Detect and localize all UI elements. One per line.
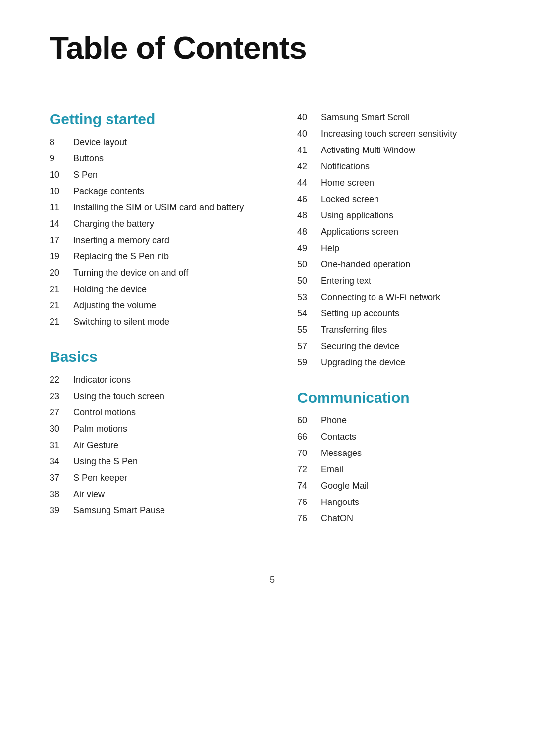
toc-item-text: Buttons — [73, 152, 104, 165]
list-item: 20Turning the device on and off — [50, 266, 248, 280]
device-basics-list: 40Samsung Smart Scroll40Increasing touch… — [297, 111, 495, 369]
toc-page-number: 70 — [297, 447, 321, 460]
toc-page-number: 17 — [50, 234, 73, 247]
toc-page-number: 27 — [50, 406, 73, 419]
page-title: Table of Contents — [50, 30, 495, 66]
list-item: 39Samsung Smart Pause — [50, 504, 248, 517]
toc-page-number: 54 — [297, 307, 321, 320]
toc-item-text: One-handed operation — [321, 258, 410, 271]
toc-item-text: Palm motions — [73, 422, 127, 436]
list-item: 60Phone — [297, 414, 495, 427]
toc-item-text: Samsung Smart Scroll — [321, 111, 410, 124]
list-item: 53Connecting to a Wi-Fi network — [297, 291, 495, 304]
toc-item-text: Connecting to a Wi-Fi network — [321, 291, 440, 304]
list-item: 21Adjusting the volume — [50, 299, 248, 312]
list-item: 70Messages — [297, 447, 495, 460]
toc-item-text: Messages — [321, 447, 362, 460]
list-item: 21Switching to silent mode — [50, 315, 248, 329]
toc-item-text: Installing the SIM or USIM card and batt… — [73, 201, 244, 214]
list-item: 76ChatON — [297, 512, 495, 525]
toc-item-text: Air Gesture — [73, 439, 118, 452]
toc-page-number: 20 — [50, 266, 73, 280]
list-item: 9Buttons — [50, 152, 248, 165]
toc-page-number: 21 — [50, 283, 73, 296]
list-item: 21Holding the device — [50, 283, 248, 296]
toc-page-number: 55 — [297, 323, 321, 337]
toc-page-number: 9 — [50, 152, 73, 165]
toc-page-number: 74 — [297, 479, 321, 493]
list-item: 8Device layout — [50, 136, 248, 149]
toc-page-number: 8 — [50, 136, 73, 149]
toc-item-text: ChatON — [321, 512, 353, 525]
toc-item-text: S Pen keeper — [73, 471, 127, 485]
toc-page-number: 40 — [297, 111, 321, 124]
list-item: 74Google Mail — [297, 479, 495, 493]
list-item: 55Transferring files — [297, 323, 495, 337]
list-item: 76Hangouts — [297, 496, 495, 509]
toc-page-number: 37 — [50, 471, 73, 485]
toc-page-number: 23 — [50, 390, 73, 403]
toc-page-number: 41 — [297, 144, 321, 157]
list-item: 48Using applications — [297, 209, 495, 222]
toc-item-text: Using the S Pen — [73, 455, 138, 468]
list-item: 72Email — [297, 463, 495, 476]
toc-item-text: Email — [321, 463, 343, 476]
list-item: 30Palm motions — [50, 422, 248, 436]
toc-page-number: 44 — [297, 176, 321, 190]
toc-item-text: Using applications — [321, 209, 393, 222]
toc-page-number: 49 — [297, 242, 321, 255]
toc-item-text: Locked screen — [321, 193, 379, 206]
toc-item-text: Entering text — [321, 274, 371, 288]
toc-page-number: 14 — [50, 217, 73, 231]
toc-item-text: Charging the battery — [73, 217, 154, 231]
toc-item-text: Notifications — [321, 160, 370, 173]
toc-item-text: Replacing the S Pen nib — [73, 250, 169, 263]
toc-page-number: 60 — [297, 414, 321, 427]
toc-page-number: 31 — [50, 439, 73, 452]
toc-item-text: Contacts — [321, 430, 356, 444]
toc-item-text: Holding the device — [73, 283, 147, 296]
toc-page-number: 21 — [50, 299, 73, 312]
list-item: 57Securing the device — [297, 340, 495, 353]
toc-item-text: Turning the device on and off — [73, 266, 188, 280]
list-item: 48Applications screen — [297, 225, 495, 239]
toc-item-text: Hangouts — [321, 496, 359, 509]
list-item: 23Using the touch screen — [50, 390, 248, 403]
toc-item-text: Using the touch screen — [73, 390, 164, 403]
toc-item-text: Switching to silent mode — [73, 315, 169, 329]
basics-list: 22Indicator icons23Using the touch scree… — [50, 373, 248, 517]
list-item: 31Air Gesture — [50, 439, 248, 452]
list-item: 54Setting up accounts — [297, 307, 495, 320]
toc-page-number: 50 — [297, 258, 321, 271]
toc-item-text: Google Mail — [321, 479, 369, 493]
toc-item-text: Transferring files — [321, 323, 387, 337]
toc-item-text: Setting up accounts — [321, 307, 399, 320]
toc-page-number: 30 — [50, 422, 73, 436]
toc-page-number: 53 — [297, 291, 321, 304]
toc-page-number: 76 — [297, 496, 321, 509]
toc-item-text: Samsung Smart Pause — [73, 504, 165, 517]
list-item: 50One-handed operation — [297, 258, 495, 271]
toc-item-text: Activating Multi Window — [321, 144, 415, 157]
toc-page-number: 19 — [50, 250, 73, 263]
toc-page-number: 42 — [297, 160, 321, 173]
toc-page-number: 22 — [50, 373, 73, 387]
toc-item-text: Help — [321, 242, 339, 255]
list-item: 66Contacts — [297, 430, 495, 444]
toc-item-text: Upgrading the device — [321, 356, 405, 369]
section-communication: Communication — [297, 389, 495, 406]
list-item: 10S Pen — [50, 168, 248, 182]
toc-page-number: 76 — [297, 512, 321, 525]
list-item: 22Indicator icons — [50, 373, 248, 387]
list-item: 59Upgrading the device — [297, 356, 495, 369]
toc-item-text: Phone — [321, 414, 347, 427]
toc-page-number: 57 — [297, 340, 321, 353]
list-item: 49Help — [297, 242, 495, 255]
list-item: 19Replacing the S Pen nib — [50, 250, 248, 263]
toc-page-number: 38 — [50, 488, 73, 501]
toc-item-text: Package contents — [73, 185, 144, 198]
toc-page-number: 72 — [297, 463, 321, 476]
section-basics: Basics — [50, 349, 248, 365]
toc-item-text: Increasing touch screen sensitivity — [321, 127, 457, 141]
getting-started-list: 8Device layout9Buttons10S Pen10Package c… — [50, 136, 248, 329]
